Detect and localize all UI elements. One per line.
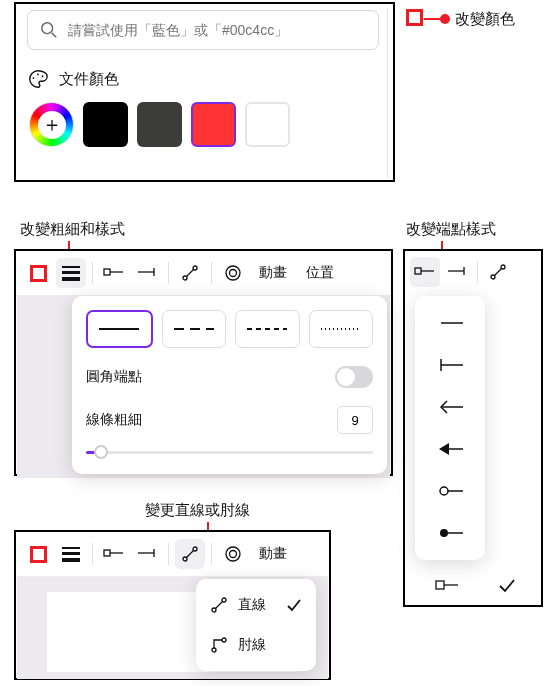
endpoint-arrow-open[interactable]	[415, 386, 485, 428]
swatch-row: ＋	[29, 102, 379, 147]
line-style-button[interactable]	[56, 539, 86, 569]
endpoint-bar[interactable]	[415, 344, 485, 386]
svg-line-1	[52, 33, 57, 38]
line-type-button[interactable]	[175, 539, 205, 569]
svg-point-16	[230, 270, 237, 277]
search-icon	[40, 21, 58, 39]
line-end-icon	[446, 267, 468, 277]
svg-rect-43	[104, 550, 110, 556]
straight-icon	[210, 596, 228, 614]
style-dash-long[interactable]	[162, 310, 227, 348]
endpoint-circle-open[interactable]	[415, 470, 485, 512]
document-colors-label: 文件顏色	[59, 70, 119, 89]
svg-rect-21	[415, 268, 421, 274]
line-type-button[interactable]	[175, 258, 205, 288]
line-style-button[interactable]	[56, 258, 86, 288]
line-end-button[interactable]	[132, 258, 162, 288]
line-weight-input[interactable]	[337, 406, 373, 434]
svg-marker-33	[439, 443, 449, 455]
svg-line-27	[495, 269, 502, 276]
line-style-dropdown: 圓角端點 線條粗細	[72, 296, 387, 474]
line-end-icon	[136, 549, 158, 559]
rounded-cap-label: 圓角端點	[86, 368, 142, 386]
search-input[interactable]	[68, 22, 366, 38]
annotation-style: 改變粗細和樣式	[20, 220, 125, 239]
line-weight-icon	[61, 265, 81, 281]
endpoint-none[interactable]	[415, 302, 485, 344]
line-start-button[interactable]	[99, 539, 129, 569]
svg-point-52	[212, 608, 216, 612]
svg-point-55	[212, 648, 216, 652]
endpoint-arrow-solid[interactable]	[415, 428, 485, 470]
endpoint-dropdown	[415, 296, 485, 560]
line-start-button[interactable]	[99, 258, 129, 288]
endpoint-square-open-icon[interactable]	[434, 579, 460, 591]
svg-point-13	[193, 266, 197, 270]
line-weight-label: 線條粗細	[86, 411, 142, 429]
swatch-red[interactable]	[191, 102, 236, 147]
annotation-endpoints: 改變端點樣式	[406, 220, 496, 239]
svg-line-49	[187, 551, 194, 558]
svg-point-4	[42, 75, 44, 77]
color-button-preview	[406, 9, 423, 26]
svg-point-53	[222, 598, 226, 602]
svg-point-36	[440, 529, 448, 537]
svg-point-2	[37, 74, 39, 76]
animate-icon	[224, 264, 242, 282]
style-panel: 動畫 位置 圓角端點 線條粗細	[14, 249, 393, 476]
color-button[interactable]	[23, 539, 53, 569]
style-solid[interactable]	[86, 310, 153, 348]
swatch-black[interactable]	[83, 102, 128, 147]
straight-icon	[489, 263, 507, 281]
option-straight-label: 直線	[238, 596, 266, 614]
annotation-linetype: 變更直線或肘線	[145, 501, 250, 520]
check-icon	[497, 577, 517, 593]
position-label[interactable]: 位置	[298, 264, 342, 282]
svg-point-3	[33, 77, 35, 79]
svg-point-51	[230, 551, 237, 558]
color-search[interactable]	[27, 10, 379, 50]
animation-icon-button[interactable]	[218, 539, 248, 569]
svg-point-26	[501, 265, 505, 269]
line-end-button[interactable]	[442, 257, 472, 287]
svg-point-25	[491, 275, 495, 279]
option-elbow[interactable]: 肘線	[196, 625, 316, 665]
line-weight-slider[interactable]	[86, 444, 373, 460]
endpoints-panel	[403, 249, 543, 607]
line-weight-icon	[61, 546, 81, 562]
svg-rect-40	[62, 547, 80, 549]
animation-label[interactable]: 動畫	[251, 264, 295, 282]
svg-point-56	[222, 638, 226, 642]
style-dash-short[interactable]	[235, 310, 300, 348]
endpoint-circle-solid[interactable]	[415, 512, 485, 554]
style-dotted[interactable]	[309, 310, 374, 348]
svg-point-15	[226, 266, 240, 280]
line-type-button[interactable]	[483, 257, 513, 287]
svg-rect-8	[104, 269, 110, 275]
swatch-white[interactable]	[245, 102, 290, 147]
svg-line-54	[216, 602, 223, 609]
svg-line-14	[187, 270, 194, 277]
swatch-add[interactable]: ＋	[29, 102, 74, 147]
svg-point-50	[226, 547, 240, 561]
swatch-gray[interactable]	[137, 102, 182, 147]
svg-rect-6	[62, 271, 80, 274]
line-end-icon	[136, 268, 158, 278]
rounded-cap-toggle[interactable]	[335, 366, 373, 388]
palette-icon	[27, 68, 49, 90]
svg-point-0	[42, 23, 53, 34]
option-straight[interactable]: 直線	[196, 585, 316, 625]
line-end-button[interactable]	[132, 539, 162, 569]
animation-label[interactable]: 動畫	[251, 545, 295, 563]
svg-point-48	[193, 547, 197, 551]
toolbar: 動畫 位置	[16, 251, 391, 296]
line-start-button[interactable]	[410, 257, 440, 287]
elbow-icon	[210, 636, 228, 654]
svg-rect-41	[62, 552, 80, 555]
linetype-panel: 動畫 直線 肘線	[14, 530, 331, 680]
color-panel: 文件顏色 ＋	[14, 2, 395, 182]
animation-icon-button[interactable]	[218, 258, 248, 288]
color-button[interactable]	[23, 258, 53, 288]
line-start-icon	[414, 267, 436, 277]
svg-point-34	[440, 487, 448, 495]
